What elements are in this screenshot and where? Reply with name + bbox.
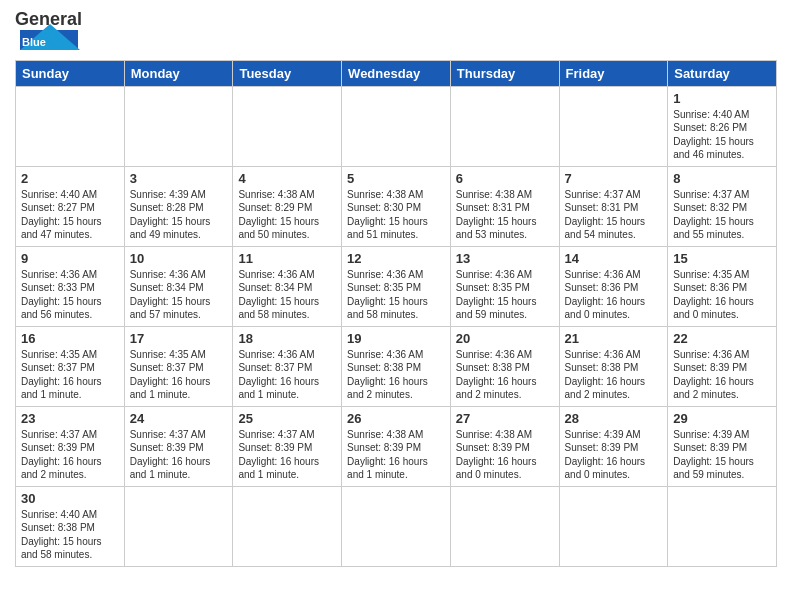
day-number: 30 (21, 491, 119, 506)
calendar-cell: 29Sunrise: 4:39 AM Sunset: 8:39 PM Dayli… (668, 406, 777, 486)
calendar-cell: 17Sunrise: 4:35 AM Sunset: 8:37 PM Dayli… (124, 326, 233, 406)
day-info: Sunrise: 4:37 AM Sunset: 8:32 PM Dayligh… (673, 188, 771, 242)
day-number: 6 (456, 171, 554, 186)
day-number: 3 (130, 171, 228, 186)
day-number: 27 (456, 411, 554, 426)
day-info: Sunrise: 4:36 AM Sunset: 8:34 PM Dayligh… (238, 268, 336, 322)
calendar-cell: 22Sunrise: 4:36 AM Sunset: 8:39 PM Dayli… (668, 326, 777, 406)
calendar-cell: 24Sunrise: 4:37 AM Sunset: 8:39 PM Dayli… (124, 406, 233, 486)
day-info: Sunrise: 4:38 AM Sunset: 8:31 PM Dayligh… (456, 188, 554, 242)
calendar-cell (559, 86, 668, 166)
day-info: Sunrise: 4:38 AM Sunset: 8:30 PM Dayligh… (347, 188, 445, 242)
calendar-cell (668, 486, 777, 566)
day-number: 4 (238, 171, 336, 186)
calendar-cell: 28Sunrise: 4:39 AM Sunset: 8:39 PM Dayli… (559, 406, 668, 486)
day-info: Sunrise: 4:35 AM Sunset: 8:37 PM Dayligh… (21, 348, 119, 402)
day-info: Sunrise: 4:36 AM Sunset: 8:38 PM Dayligh… (456, 348, 554, 402)
day-number: 1 (673, 91, 771, 106)
calendar-cell: 1Sunrise: 4:40 AM Sunset: 8:26 PM Daylig… (668, 86, 777, 166)
day-info: Sunrise: 4:40 AM Sunset: 8:27 PM Dayligh… (21, 188, 119, 242)
calendar-cell: 3Sunrise: 4:39 AM Sunset: 8:28 PM Daylig… (124, 166, 233, 246)
calendar-cell: 27Sunrise: 4:38 AM Sunset: 8:39 PM Dayli… (450, 406, 559, 486)
day-info: Sunrise: 4:40 AM Sunset: 8:38 PM Dayligh… (21, 508, 119, 562)
calendar-cell (342, 86, 451, 166)
calendar-cell (450, 86, 559, 166)
day-number: 17 (130, 331, 228, 346)
day-number: 12 (347, 251, 445, 266)
logo: General Blue (15, 10, 82, 52)
day-number: 5 (347, 171, 445, 186)
day-info: Sunrise: 4:38 AM Sunset: 8:39 PM Dayligh… (347, 428, 445, 482)
weekday-header-tuesday: Tuesday (233, 60, 342, 86)
calendar-week-6: 30Sunrise: 4:40 AM Sunset: 8:38 PM Dayli… (16, 486, 777, 566)
calendar-cell: 6Sunrise: 4:38 AM Sunset: 8:31 PM Daylig… (450, 166, 559, 246)
day-info: Sunrise: 4:37 AM Sunset: 8:39 PM Dayligh… (238, 428, 336, 482)
day-info: Sunrise: 4:35 AM Sunset: 8:37 PM Dayligh… (130, 348, 228, 402)
day-info: Sunrise: 4:36 AM Sunset: 8:34 PM Dayligh… (130, 268, 228, 322)
day-info: Sunrise: 4:37 AM Sunset: 8:39 PM Dayligh… (130, 428, 228, 482)
day-number: 7 (565, 171, 663, 186)
calendar-cell: 16Sunrise: 4:35 AM Sunset: 8:37 PM Dayli… (16, 326, 125, 406)
day-number: 24 (130, 411, 228, 426)
day-number: 23 (21, 411, 119, 426)
day-number: 19 (347, 331, 445, 346)
calendar-cell: 11Sunrise: 4:36 AM Sunset: 8:34 PM Dayli… (233, 246, 342, 326)
day-info: Sunrise: 4:39 AM Sunset: 8:39 PM Dayligh… (673, 428, 771, 482)
day-number: 28 (565, 411, 663, 426)
calendar-cell: 9Sunrise: 4:36 AM Sunset: 8:33 PM Daylig… (16, 246, 125, 326)
calendar-cell: 20Sunrise: 4:36 AM Sunset: 8:38 PM Dayli… (450, 326, 559, 406)
weekday-header-sunday: Sunday (16, 60, 125, 86)
day-number: 14 (565, 251, 663, 266)
day-info: Sunrise: 4:36 AM Sunset: 8:33 PM Dayligh… (21, 268, 119, 322)
calendar-cell: 26Sunrise: 4:38 AM Sunset: 8:39 PM Dayli… (342, 406, 451, 486)
day-number: 9 (21, 251, 119, 266)
calendar-cell (450, 486, 559, 566)
calendar-cell (16, 86, 125, 166)
day-number: 18 (238, 331, 336, 346)
calendar-header-row: SundayMondayTuesdayWednesdayThursdayFrid… (16, 60, 777, 86)
day-info: Sunrise: 4:38 AM Sunset: 8:39 PM Dayligh… (456, 428, 554, 482)
day-number: 15 (673, 251, 771, 266)
calendar-cell: 18Sunrise: 4:36 AM Sunset: 8:37 PM Dayli… (233, 326, 342, 406)
day-info: Sunrise: 4:39 AM Sunset: 8:39 PM Dayligh… (565, 428, 663, 482)
weekday-header-saturday: Saturday (668, 60, 777, 86)
calendar-table: SundayMondayTuesdayWednesdayThursdayFrid… (15, 60, 777, 567)
calendar-cell: 19Sunrise: 4:36 AM Sunset: 8:38 PM Dayli… (342, 326, 451, 406)
weekday-header-friday: Friday (559, 60, 668, 86)
day-info: Sunrise: 4:35 AM Sunset: 8:36 PM Dayligh… (673, 268, 771, 322)
day-info: Sunrise: 4:36 AM Sunset: 8:36 PM Dayligh… (565, 268, 663, 322)
calendar-cell: 14Sunrise: 4:36 AM Sunset: 8:36 PM Dayli… (559, 246, 668, 326)
day-info: Sunrise: 4:36 AM Sunset: 8:37 PM Dayligh… (238, 348, 336, 402)
day-number: 10 (130, 251, 228, 266)
calendar-cell: 25Sunrise: 4:37 AM Sunset: 8:39 PM Dayli… (233, 406, 342, 486)
calendar-cell: 13Sunrise: 4:36 AM Sunset: 8:35 PM Dayli… (450, 246, 559, 326)
page-header: General Blue (15, 10, 777, 52)
day-info: Sunrise: 4:36 AM Sunset: 8:35 PM Dayligh… (456, 268, 554, 322)
day-number: 13 (456, 251, 554, 266)
day-number: 11 (238, 251, 336, 266)
day-info: Sunrise: 4:36 AM Sunset: 8:38 PM Dayligh… (347, 348, 445, 402)
calendar-week-3: 9Sunrise: 4:36 AM Sunset: 8:33 PM Daylig… (16, 246, 777, 326)
day-number: 8 (673, 171, 771, 186)
day-number: 20 (456, 331, 554, 346)
day-info: Sunrise: 4:39 AM Sunset: 8:28 PM Dayligh… (130, 188, 228, 242)
logo-icon: Blue (20, 24, 80, 52)
day-number: 21 (565, 331, 663, 346)
day-info: Sunrise: 4:40 AM Sunset: 8:26 PM Dayligh… (673, 108, 771, 162)
calendar-cell (342, 486, 451, 566)
calendar-cell (233, 86, 342, 166)
calendar-cell: 21Sunrise: 4:36 AM Sunset: 8:38 PM Dayli… (559, 326, 668, 406)
calendar-week-5: 23Sunrise: 4:37 AM Sunset: 8:39 PM Dayli… (16, 406, 777, 486)
calendar-week-4: 16Sunrise: 4:35 AM Sunset: 8:37 PM Dayli… (16, 326, 777, 406)
day-number: 16 (21, 331, 119, 346)
calendar-cell (124, 86, 233, 166)
day-info: Sunrise: 4:38 AM Sunset: 8:29 PM Dayligh… (238, 188, 336, 242)
calendar-cell: 2Sunrise: 4:40 AM Sunset: 8:27 PM Daylig… (16, 166, 125, 246)
calendar-cell: 30Sunrise: 4:40 AM Sunset: 8:38 PM Dayli… (16, 486, 125, 566)
day-info: Sunrise: 4:36 AM Sunset: 8:39 PM Dayligh… (673, 348, 771, 402)
day-info: Sunrise: 4:36 AM Sunset: 8:38 PM Dayligh… (565, 348, 663, 402)
svg-text:Blue: Blue (22, 36, 46, 48)
weekday-header-monday: Monday (124, 60, 233, 86)
day-number: 29 (673, 411, 771, 426)
day-number: 2 (21, 171, 119, 186)
